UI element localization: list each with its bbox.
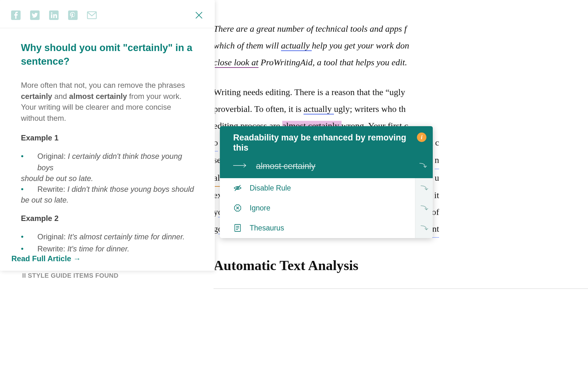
bullet-icon: • xyxy=(21,243,37,255)
list-item: • Original: I certainly didn't think tho… xyxy=(21,151,197,173)
doc-text: which of them will xyxy=(214,41,281,50)
doc-text: There are a great number of technical to… xyxy=(214,24,407,34)
doc-text-stub: nt xyxy=(432,220,439,238)
info-icon[interactable]: i xyxy=(417,133,426,142)
popover-title: Readability may be enhanced by removing … xyxy=(233,133,407,153)
read-full-article-link[interactable]: Read Full Article → xyxy=(11,254,81,263)
svg-rect-15 xyxy=(68,10,78,20)
pinterest-icon[interactable] xyxy=(68,10,78,20)
bullet-label: Original: xyxy=(37,152,68,160)
list-item: • Original: It's almost certainly time f… xyxy=(21,231,197,243)
ignore-button[interactable]: Ignore xyxy=(220,198,415,218)
bullet-icon: • xyxy=(21,184,37,195)
ignore-label: Ignore xyxy=(250,204,270,212)
panel-text: and xyxy=(52,92,69,100)
panel-bold: almost certainly xyxy=(69,92,127,100)
panel-paragraph: More often that not, you can remove the … xyxy=(21,80,197,124)
example-1-heading: Example 1 xyxy=(21,133,197,142)
doc-text: help you get your work do xyxy=(312,41,405,50)
arrow-right-icon xyxy=(233,163,247,169)
doc-text-stub: n xyxy=(435,152,439,169)
popover-side-arrows xyxy=(415,178,433,238)
doc-text-stub: of xyxy=(432,204,439,220)
panel-text: More often that not, you can remove the … xyxy=(21,81,185,89)
book-icon xyxy=(233,224,242,232)
doc-text: Writing needs editing. There is a reason… xyxy=(214,87,405,97)
panel-bold: certainly xyxy=(21,92,52,100)
bullet-italic: It's almost certainly time for dinner. xyxy=(68,232,185,241)
panel-title: Why should you omit "certainly" in a sen… xyxy=(21,41,197,68)
suggestion-popover: Readability may be enhanced by removing … xyxy=(220,126,433,238)
list-item: • Rewrite: It's time for dinner. xyxy=(21,243,197,255)
divider xyxy=(214,288,588,289)
doc-text: proverbial. To often, it is xyxy=(214,104,304,114)
thesaurus-label: Thesaurus xyxy=(250,224,284,232)
email-icon[interactable] xyxy=(87,10,97,20)
close-icon[interactable] xyxy=(194,10,204,20)
suggestion-strike-text: almost certainly xyxy=(256,161,316,171)
bullet-italic: I didn't think those young boys should xyxy=(67,185,194,193)
svg-line-2 xyxy=(235,185,240,191)
doc-text: ProWritingAid, a tool that helps you edi… xyxy=(259,57,407,67)
thesaurus-button[interactable]: Thesaurus xyxy=(220,218,415,238)
bullet-label: Rewrite: xyxy=(37,244,67,253)
facebook-icon[interactable] xyxy=(11,10,21,20)
bullet-label: Rewrite: xyxy=(37,185,67,193)
svg-rect-13 xyxy=(51,14,52,18)
next-arrow-3[interactable] xyxy=(415,218,433,238)
bullet-continuation: be out so late. xyxy=(21,196,197,204)
explanation-panel: Why should you omit "certainly" in a sen… xyxy=(0,0,215,271)
eye-off-icon xyxy=(233,184,242,191)
curved-arrow-icon[interactable] xyxy=(419,163,427,170)
bullet-icon: • xyxy=(21,231,37,243)
doc-underlined-word[interactable]: actually xyxy=(304,104,334,114)
bullet-italic: It's time for dinner. xyxy=(67,244,130,253)
twitter-icon[interactable] xyxy=(30,10,40,20)
next-arrow-2[interactable] xyxy=(415,198,433,218)
x-circle-icon xyxy=(233,204,242,212)
section-heading: Automatic Text Analysis xyxy=(214,238,588,279)
share-row xyxy=(0,0,215,28)
bullet-icon: • xyxy=(21,151,37,162)
bullet-label: Original: xyxy=(37,232,68,241)
doc-underlined-phrase[interactable]: close look at xyxy=(214,57,259,68)
doc-underlined-word[interactable]: actually xyxy=(281,41,312,51)
popover-suggestion-row[interactable]: almost certainly xyxy=(220,159,433,178)
linkedin-icon[interactable] xyxy=(49,10,59,20)
doc-text: ugly; writers who th xyxy=(334,104,406,114)
bullet-continuation: should be out so late. xyxy=(21,174,197,183)
doc-text-stub: it xyxy=(434,187,439,204)
list-item: • Rewrite: I didn't think those young bo… xyxy=(21,184,197,195)
example-2-heading: Example 2 xyxy=(21,214,197,223)
disable-rule-label: Disable Rule xyxy=(250,184,291,192)
svg-point-14 xyxy=(51,12,52,14)
popover-header: Readability may be enhanced by removing … xyxy=(220,126,433,159)
peek-behind-text: II STYLE GUIDE ITEMS FOUND xyxy=(22,272,118,279)
disable-rule-button[interactable]: Disable Rule xyxy=(220,178,415,198)
doc-text: n xyxy=(405,41,409,50)
next-arrow-1[interactable] xyxy=(415,178,433,198)
